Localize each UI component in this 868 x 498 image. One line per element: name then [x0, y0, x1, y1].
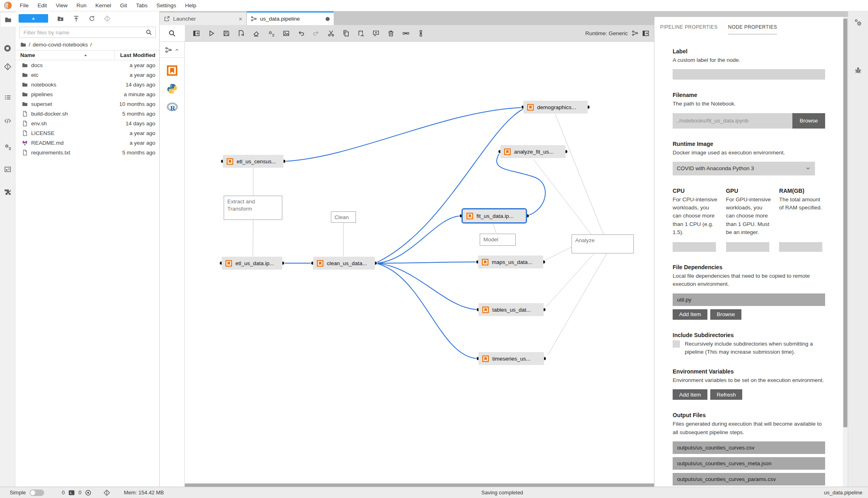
breadcrumb-folder[interactable]: demo-covid-notebooks — [33, 42, 88, 48]
node-etl-us-census[interactable]: etl_us_census... — [223, 155, 284, 168]
node-demographics[interactable]: demographics... — [523, 101, 588, 114]
run-pipeline-button[interactable] — [204, 27, 219, 39]
connection-line[interactable] — [375, 262, 478, 263]
comment-analyze[interactable]: Analyze — [572, 234, 634, 253]
menu-edit[interactable]: Edit — [33, 0, 51, 11]
list-item[interactable]: requirements.txt5 months ago — [15, 148, 159, 157]
output-file-item[interactable]: outputs/us_counties_curves.csv — [673, 441, 825, 454]
dependencies-add-item-button[interactable]: Add Item — [673, 309, 707, 320]
node-clean-us-data[interactable]: clean_us_data... — [313, 257, 375, 270]
list-item[interactable]: etca year ago — [15, 70, 159, 80]
git-tab[interactable] — [0, 60, 15, 74]
menu-git[interactable]: Git — [116, 0, 131, 11]
node-fit-us-data-selected[interactable]: fit_us_data.ip... — [462, 208, 527, 224]
menu-view[interactable]: View — [51, 0, 72, 11]
menu-settings[interactable]: Settings — [152, 0, 181, 11]
ram-input[interactable] — [779, 242, 822, 252]
runtime-image-select[interactable]: COVID with Anaconda Python 3 — [673, 162, 815, 175]
list-item[interactable]: notebooks14 days ago — [15, 80, 159, 89]
dependencies-browse-button[interactable]: Browse — [710, 309, 741, 320]
menu-file[interactable]: File — [15, 0, 33, 11]
palette-search-button[interactable] — [160, 25, 185, 42]
connection-line[interactable] — [375, 263, 478, 359]
menu-tabs[interactable]: Tabs — [131, 0, 152, 11]
canvas-horizontal-scrollbar[interactable] — [185, 483, 654, 487]
delete-button[interactable] — [383, 27, 398, 39]
file-filter-input[interactable] — [19, 27, 156, 38]
code-snippets-tab[interactable] — [0, 114, 15, 128]
breadcrumb[interactable]: / demo-covid-notebooks / — [15, 40, 159, 50]
list-item[interactable]: build-docker.sh5 months ago — [15, 109, 159, 118]
node-timeseries-us[interactable]: timeseries_us... — [478, 352, 544, 365]
gpu-input[interactable] — [726, 242, 769, 252]
tab-us-data-pipeline[interactable]: us_data.pipeline — [247, 11, 334, 25]
connection-line[interactable] — [375, 263, 478, 310]
cut-button[interactable] — [324, 27, 339, 39]
list-item[interactable]: pipelinesa minute ago — [15, 89, 159, 99]
node-tables-us-data[interactable]: tables_us_dat... — [478, 303, 544, 316]
palette-category-nodes[interactable] — [160, 42, 184, 58]
label-input[interactable] — [673, 69, 825, 80]
running-kernels-tab[interactable] — [0, 41, 15, 55]
menu-run[interactable]: Run — [72, 0, 91, 11]
runtime-images-button[interactable] — [279, 27, 294, 39]
list-item[interactable]: docsa year ago — [15, 60, 159, 70]
filename-browse-button[interactable]: Browse — [792, 113, 825, 129]
property-inspector-right-tab[interactable] — [854, 19, 862, 26]
list-item[interactable]: LICENSEa year ago — [15, 128, 159, 138]
save-pipeline-button[interactable] — [219, 27, 234, 39]
copy-button[interactable] — [339, 27, 354, 39]
property-inspector-tab[interactable] — [0, 140, 15, 154]
table-of-contents-tab[interactable] — [0, 91, 15, 104]
menu-kernel[interactable]: Kernel — [91, 0, 116, 11]
node-maps-us-data[interactable]: maps_us_data... — [478, 255, 543, 268]
list-item[interactable]: README.mda year ago — [15, 138, 159, 148]
env-vars-add-item-button[interactable]: Add Item — [673, 389, 707, 400]
component-registry-tab[interactable] — [0, 162, 15, 176]
paste-button[interactable] — [354, 27, 368, 39]
include-subdirectories-checkbox[interactable] — [673, 340, 680, 348]
tab-launcher[interactable]: Launcher × — [160, 13, 247, 25]
debugger-tab[interactable] — [854, 66, 862, 74]
column-last-modified[interactable]: Last Modified — [115, 51, 159, 60]
output-file-item[interactable]: outputs/us_counties_curves_meta.json — [673, 457, 825, 470]
refresh-button[interactable] — [89, 15, 95, 22]
arrange-vertically-button[interactable] — [413, 27, 428, 39]
env-vars-refresh-button[interactable]: Refresh — [710, 389, 742, 400]
git-clone-button[interactable] — [104, 15, 110, 22]
file-browser-tab[interactable] — [0, 13, 15, 27]
node-analyze-fit-us[interactable]: analyze_fit_us... — [500, 145, 565, 158]
comment-model[interactable]: Model — [480, 234, 516, 246]
palette-python-node[interactable] — [167, 83, 178, 94]
filename-input[interactable] — [673, 113, 792, 129]
tab-pipeline-properties[interactable]: PIPELINE PROPERTIES — [660, 24, 718, 34]
arrange-horizontally-button[interactable] — [398, 27, 413, 39]
connection-line[interactable] — [497, 152, 545, 216]
connection-line[interactable] — [284, 108, 523, 161]
list-item[interactable]: superset10 months ago — [15, 99, 159, 109]
open-palette-button[interactable] — [189, 27, 204, 39]
node-etl-us-data[interactable]: etl_us_data.ip... — [222, 257, 282, 270]
pipeline-canvas[interactable]: Extract and Transform Clean Model Analyz… — [185, 42, 654, 483]
add-comment-button[interactable] — [368, 27, 383, 39]
list-item[interactable]: env.sh14 days ago — [15, 118, 159, 128]
output-file-item[interactable]: outputs/us_counties_curves_params.csv — [673, 473, 825, 485]
comment-extract-transform[interactable]: Extract and Transform — [224, 196, 282, 220]
unsaved-changes-dot[interactable] — [326, 17, 330, 21]
simple-mode-toggle[interactable] — [30, 490, 44, 496]
close-icon[interactable]: × — [239, 15, 242, 22]
clear-pipeline-button[interactable] — [249, 27, 264, 39]
menu-help[interactable]: Help — [180, 0, 201, 11]
new-launcher-button[interactable]: + — [19, 14, 48, 23]
toggle-properties-panel-button[interactable] — [642, 30, 649, 37]
extension-manager-tab[interactable] — [0, 185, 15, 199]
tab-node-properties[interactable]: NODE PROPERTIES — [728, 24, 777, 34]
new-folder-button[interactable] — [57, 15, 64, 22]
runtime-config-button[interactable] — [264, 27, 279, 39]
panel-scrollbar[interactable] — [843, 17, 848, 487]
cpu-input[interactable] — [673, 242, 716, 252]
palette-notebook-node[interactable] — [167, 65, 178, 76]
dependency-item[interactable]: util.py — [673, 293, 825, 306]
upload-button[interactable] — [73, 15, 80, 22]
column-name[interactable]: Name — [15, 51, 115, 60]
